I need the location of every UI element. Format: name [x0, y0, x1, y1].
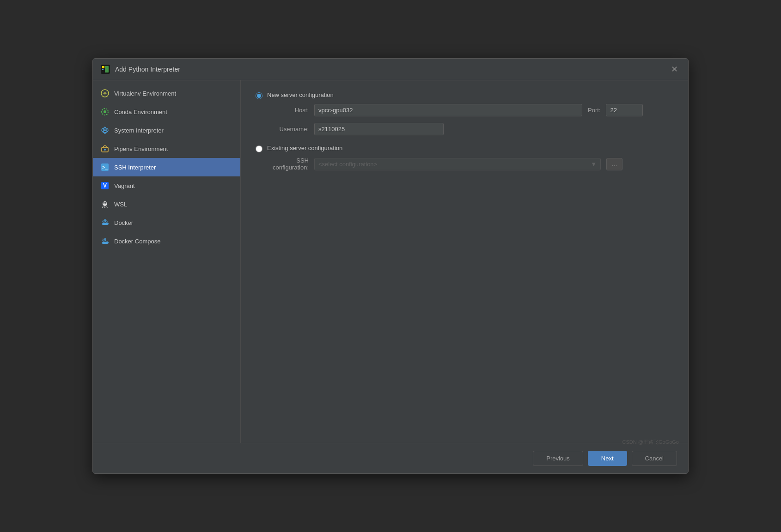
ssh-browse-button[interactable]: … — [606, 158, 622, 170]
svg-point-6 — [104, 110, 106, 113]
svg-rect-25 — [104, 238, 106, 240]
sidebar-item-vagrant[interactable]: V Vagrant — [93, 176, 240, 195]
conda-icon — [100, 107, 110, 116]
svg-point-18 — [105, 202, 107, 204]
svg-rect-26 — [103, 238, 104, 240]
docker-icon — [100, 218, 110, 227]
sidebar-item-conda[interactable]: Conda Environment — [93, 103, 240, 121]
port-input[interactable] — [606, 104, 643, 116]
pycharm-logo — [100, 64, 110, 74]
sidebar-item-docker-compose-label: Docker Compose — [114, 238, 160, 245]
ssh-config-label: SSH configuration: — [267, 157, 309, 171]
ssh-config-row: SSH configuration: <select configuration… — [267, 157, 673, 171]
sidebar-item-pipenv[interactable]: Pipenv Environment — [93, 139, 240, 158]
sidebar-item-wsl[interactable]: WSL — [93, 195, 240, 213]
pipenv-icon — [100, 144, 110, 153]
username-row: Username: — [267, 123, 673, 135]
sidebar-item-virtualenv[interactable]: Virtualenv Environment — [93, 84, 240, 103]
dialog-body: Virtualenv Environment Conda Environment — [93, 80, 688, 443]
sidebar-item-system-label: System Interpreter — [114, 127, 164, 134]
sidebar-item-docker-compose[interactable]: Docker Compose — [93, 232, 240, 250]
ssh-config-placeholder: <select configuration> — [318, 161, 377, 168]
sidebar-item-vagrant-label: Vagrant — [114, 182, 135, 189]
watermark: CSDN @王路飞GoGoGo — [622, 439, 679, 446]
existing-server-label[interactable]: Existing server configuration — [267, 145, 342, 151]
wsl-icon — [100, 200, 110, 209]
new-server-radio[interactable] — [256, 92, 262, 99]
username-input[interactable] — [314, 123, 444, 135]
sidebar: Virtualenv Environment Conda Environment — [93, 80, 241, 443]
main-content: New server configuration Host: Port: Use… — [241, 80, 688, 443]
svg-text:>_: >_ — [102, 165, 108, 170]
host-label: Host: — [267, 107, 309, 114]
virtualenv-icon — [100, 89, 110, 98]
sidebar-item-ssh-label: SSH Interpreter — [114, 164, 156, 171]
close-button[interactable]: ✕ — [668, 64, 681, 74]
existing-server-radio[interactable] — [256, 145, 262, 152]
sidebar-item-ssh[interactable]: >_ SSH Interpreter — [93, 158, 240, 176]
svg-rect-1 — [102, 66, 104, 68]
sidebar-item-wsl-label: WSL — [114, 201, 127, 208]
svg-point-9 — [104, 129, 106, 131]
svg-rect-19 — [103, 221, 104, 222]
next-button[interactable]: Next — [588, 451, 627, 466]
svg-point-11 — [104, 149, 106, 151]
sidebar-item-virtualenv-label: Virtualenv Environment — [114, 90, 176, 97]
svg-rect-22 — [104, 219, 106, 221]
add-python-interpreter-dialog: Add Python Interpreter ✕ Virtualenv Envi… — [92, 58, 689, 474]
sidebar-item-system[interactable]: System Interpreter — [93, 121, 240, 139]
ssh-config-dropdown[interactable]: <select configuration> ▼ — [314, 158, 601, 170]
existing-server-option: Existing server configuration SSH config… — [256, 145, 673, 171]
new-server-label[interactable]: New server configuration — [267, 91, 334, 98]
port-label-text: Port: — [588, 107, 600, 114]
cancel-button[interactable]: Cancel — [632, 451, 677, 466]
dialog-footer: Previous Next Cancel — [93, 443, 688, 473]
svg-point-17 — [104, 202, 105, 204]
new-server-option: New server configuration Host: Port: Use… — [256, 91, 673, 135]
docker-compose-icon — [100, 236, 110, 246]
vagrant-icon: V — [100, 181, 110, 190]
host-row: Host: Port: — [267, 104, 673, 116]
new-server-fields: Host: Port: Username: — [267, 104, 673, 135]
dialog-title: Add Python Interpreter — [115, 66, 664, 73]
sidebar-item-docker[interactable]: Docker — [93, 213, 240, 232]
svg-rect-2 — [102, 69, 104, 70]
username-label: Username: — [267, 126, 309, 133]
sidebar-item-pipenv-label: Pipenv Environment — [114, 145, 168, 152]
previous-button[interactable]: Previous — [533, 451, 583, 466]
svg-rect-3 — [105, 66, 109, 73]
sidebar-item-docker-label: Docker — [114, 219, 133, 226]
new-server-radio-row: New server configuration — [256, 91, 673, 99]
dropdown-chevron-icon: ▼ — [591, 161, 597, 168]
svg-point-16 — [103, 201, 107, 206]
system-icon — [100, 126, 110, 135]
svg-rect-21 — [106, 221, 107, 222]
ssh-icon: >_ — [100, 163, 110, 172]
dialog-titlebar: Add Python Interpreter ✕ — [93, 59, 688, 80]
host-input[interactable] — [314, 104, 582, 116]
existing-server-radio-row: Existing server configuration — [256, 145, 673, 152]
svg-text:V: V — [103, 182, 107, 189]
sidebar-item-conda-label: Conda Environment — [114, 109, 167, 115]
existing-server-fields: SSH configuration: <select configuration… — [267, 157, 673, 171]
radio-group: New server configuration Host: Port: Use… — [256, 91, 673, 171]
